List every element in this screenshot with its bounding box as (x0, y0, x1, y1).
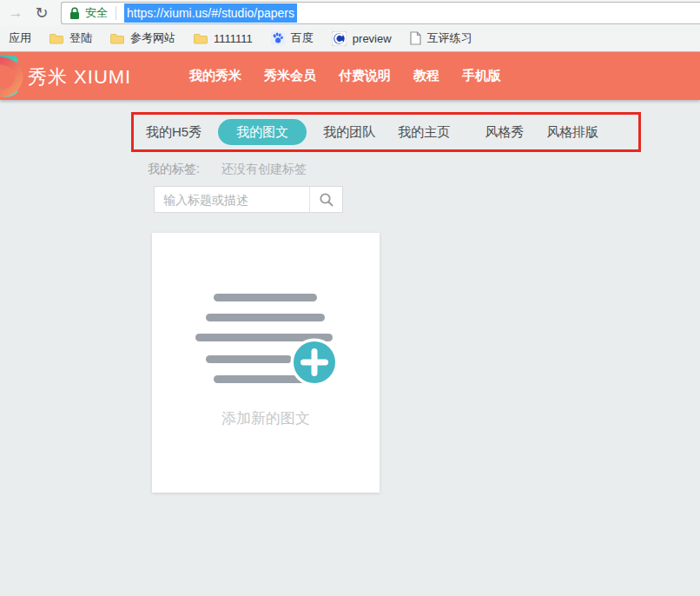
url-text[interactable]: https://xiumi.us/#/studio/papers (124, 3, 297, 23)
nav-pricing[interactable]: 付费说明 (339, 68, 391, 84)
tags-row: 我的标签: 还没有创建标签 (148, 162, 307, 177)
tab-my-h5[interactable]: 我的H5秀 (146, 124, 201, 141)
tags-empty-text: 还没有创建标签 (221, 162, 307, 177)
nav-tutorial[interactable]: 教程 (413, 68, 439, 84)
folder-icon (110, 32, 124, 44)
tab-my-team[interactable]: 我的团队 (323, 124, 375, 141)
paper-placeholder-illustration (152, 233, 380, 496)
tab-style-show[interactable]: 风格秀 (485, 124, 524, 141)
bookmark-label: 百度 (291, 30, 314, 46)
address-bar[interactable]: 安全 https://xiumi.us/#/studio/papers (61, 2, 700, 24)
main-nav: 我的秀米 秀米会员 付费说明 教程 手机版 (189, 52, 501, 100)
document-icon (410, 31, 421, 45)
tab-my-papers[interactable]: 我的图文 (218, 119, 307, 145)
bookmark-label: 应用 (9, 30, 31, 46)
tab-my-homepage[interactable]: 我的主页 (398, 124, 450, 141)
search-input[interactable] (155, 187, 309, 212)
baidu-paw-icon (271, 31, 285, 45)
reload-icon[interactable]: ↻ (31, 3, 52, 23)
search-button[interactable] (309, 187, 342, 212)
bookmark-label: 登陆 (69, 30, 92, 46)
bookmark-peer-review[interactable]: 互评练习 (410, 30, 472, 46)
studio-tabs: 我的H5秀 我的图文 我的团队 我的主页 风格秀 风格排版 (146, 114, 598, 150)
omnibox-separator (116, 6, 116, 20)
add-paper-label: 添加新的图文 (152, 408, 380, 428)
bookmark-label: 1111111 (214, 32, 253, 45)
globe-swirl-icon (332, 31, 347, 46)
bookmarks-bar: 应用 登陆 参考网站 1111111 百度 (0, 25, 700, 52)
search-icon (319, 192, 334, 208)
tab-style-layout[interactable]: 风格排版 (546, 124, 598, 141)
bookmark-folder-reference[interactable]: 参考网站 (110, 30, 175, 46)
security-label: 安全 (85, 5, 108, 21)
bookmark-folder-login[interactable]: 登陆 (50, 30, 92, 46)
xiumi-logo[interactable]: 秀米 XIUMI (28, 64, 131, 90)
nav-membership[interactable]: 秀米会员 (264, 68, 316, 84)
search-box (154, 186, 343, 213)
site-header: 秀米 XIUMI 我的秀米 秀米会员 付费说明 教程 手机版 (0, 52, 700, 100)
forward-icon[interactable]: → (5, 3, 26, 23)
nav-my-xiumi[interactable]: 我的秀米 (189, 68, 241, 84)
folder-icon (194, 32, 208, 44)
xiumi-logo-icon (0, 53, 26, 103)
bookmark-label: preview (353, 32, 392, 45)
bookmark-baidu[interactable]: 百度 (271, 30, 314, 46)
bookmark-label: 互评练习 (427, 30, 472, 46)
folder-icon (50, 32, 63, 44)
bookmark-apps[interactable]: 应用 (9, 30, 31, 46)
add-paper-card[interactable]: 添加新的图文 (152, 233, 380, 493)
tags-label: 我的标签: (148, 162, 200, 177)
bookmark-label: 参考网站 (130, 30, 175, 46)
browser-toolbar: → ↻ 安全 https://xiumi.us/#/studio/papers (0, 0, 700, 25)
nav-mobile[interactable]: 手机版 (462, 68, 501, 84)
lock-icon (69, 7, 80, 20)
bookmark-preview[interactable]: preview (332, 31, 392, 46)
bookmark-folder-1111111[interactable]: 1111111 (194, 32, 253, 45)
